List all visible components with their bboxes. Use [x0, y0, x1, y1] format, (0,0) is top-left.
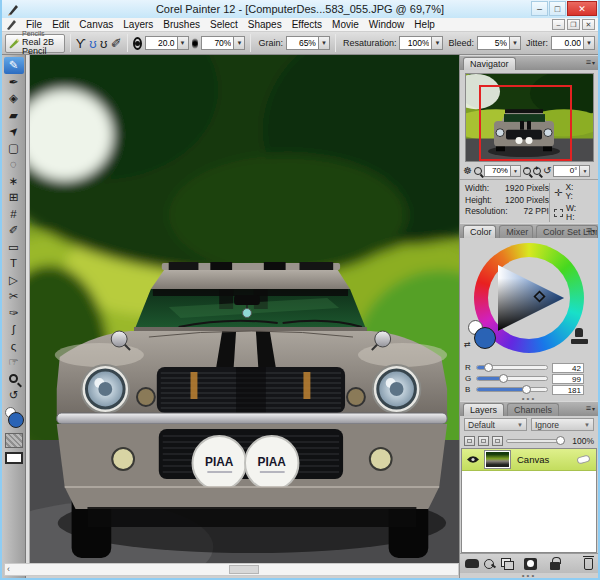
doc-restore-button[interactable]: ❐ [567, 19, 580, 30]
menu-edit[interactable]: Edit [47, 19, 74, 30]
transform-tool[interactable]: ⊞ [4, 189, 24, 206]
size-field[interactable]: ▼ [145, 36, 189, 50]
crop-tool[interactable]: # [4, 206, 24, 223]
grain-input[interactable] [286, 36, 319, 50]
menu-layers[interactable]: Layers [118, 19, 158, 30]
add-point-tool[interactable]: ✑ [4, 305, 24, 322]
navigator-menu-icon[interactable]: ≡▾ [586, 58, 595, 67]
layer-row-canvas[interactable]: Canvas [462, 449, 596, 471]
layer-opacity-slider[interactable] [506, 439, 565, 443]
pen-tool[interactable]: ✐ [4, 222, 24, 239]
zoom-input[interactable] [484, 165, 511, 177]
layer-opacity-value[interactable]: 100% [568, 436, 594, 446]
new-layer-mask-icon[interactable] [524, 558, 537, 570]
menu-canvas[interactable]: Canvas [74, 19, 118, 30]
convert-point-tool[interactable]: ʃ [4, 321, 24, 338]
scroll-left-arrow[interactable]: ‹ [7, 564, 10, 575]
lasso-tool[interactable]: ◌ [4, 156, 24, 173]
screen-mode-toggle[interactable] [5, 452, 23, 464]
tab-channels[interactable]: Channels [507, 403, 559, 416]
doc-minimize-button[interactable]: – [552, 19, 565, 30]
resaturation-input[interactable] [399, 36, 432, 50]
opacity-input[interactable] [201, 36, 234, 50]
saturation-value-triangle[interactable] [488, 257, 570, 339]
reset-rotation-icon[interactable]: ↺ [543, 166, 551, 176]
toolbox-color-swatches[interactable] [4, 407, 24, 431]
menu-help[interactable]: Help [409, 19, 440, 30]
opacity-slider-knob[interactable] [556, 436, 565, 445]
red-slider[interactable] [476, 365, 548, 370]
size-input[interactable] [145, 36, 178, 50]
brush-selector[interactable]: Pencils Real 2B Pencil [5, 34, 65, 53]
dab-preview-icon[interactable]: ϒ [76, 36, 86, 51]
grain-dropdown[interactable]: ▼ [319, 36, 330, 50]
menu-shapes[interactable]: Shapes [243, 19, 287, 30]
color-swatches[interactable]: ⇄ [466, 320, 500, 354]
resaturation-field[interactable]: ▼ [399, 36, 443, 50]
blue-value[interactable]: 181 [552, 385, 584, 395]
opacity-dropdown[interactable]: ▼ [234, 36, 245, 50]
title-bar[interactable]: Corel Painter 12 - [ComputerDes...583_05… [2, 0, 598, 18]
text-tool[interactable]: T [4, 255, 24, 272]
tab-mixer[interactable]: Mixer [499, 225, 533, 238]
canvas-document[interactable]: PIAA PIAA [30, 55, 459, 563]
tab-color[interactable]: Color [463, 225, 496, 238]
zoom-in-icon[interactable]: + [533, 167, 541, 175]
magic-wand-tool[interactable]: ∗ [4, 173, 24, 190]
ghost-brush-icon[interactable]: ✐ [111, 36, 122, 51]
paper-selector[interactable] [5, 433, 23, 448]
magnifier-tool[interactable] [4, 371, 24, 388]
red-slider-knob[interactable] [484, 363, 493, 372]
grain-field[interactable]: ▼ [286, 36, 330, 50]
menu-file[interactable]: File [21, 19, 47, 30]
main-color-swatch[interactable] [8, 412, 24, 428]
clone-color-stamp-icon[interactable] [571, 328, 588, 344]
eraser-tool[interactable]: ▰ [4, 107, 24, 124]
panel-resize-grip[interactable]: ••• [460, 573, 598, 578]
color-menu-icon[interactable]: ≡▾ [586, 226, 595, 235]
curve-tool[interactable]: ς [4, 338, 24, 355]
zoom-field[interactable]: ▼ [484, 165, 521, 177]
pickup-underlying-color-icon[interactable] [478, 436, 489, 446]
close-button[interactable]: ✕ [567, 1, 597, 16]
tab-layers[interactable]: Layers [463, 403, 504, 416]
rotate-page-tool[interactable]: ↺ [4, 387, 24, 404]
jitter-field[interactable]: ▼ [551, 36, 595, 50]
navigator-thumbnail[interactable] [465, 73, 594, 162]
size-dropdown[interactable]: ▼ [178, 36, 189, 50]
composite-method-select[interactable]: Default▼ [464, 418, 527, 431]
maximize-button[interactable]: □ [549, 1, 566, 16]
jitter-input[interactable] [551, 36, 584, 50]
zoom-out-icon[interactable]: − [523, 167, 531, 175]
layer-commands-icon[interactable] [484, 559, 496, 569]
doc-close-button[interactable]: ✕ [582, 19, 595, 30]
rectangular-selection-tool[interactable]: ▢ [4, 140, 24, 157]
navigator-settings-icon[interactable]: ☸ [463, 166, 472, 176]
rotation-dropdown[interactable]: ▼ [580, 165, 590, 177]
bleed-input[interactable] [477, 36, 510, 50]
new-layer-icon[interactable] [501, 558, 513, 569]
paint-bucket-tool[interactable]: ◈ [4, 90, 24, 107]
delete-layer-icon[interactable] [584, 558, 593, 570]
magnifier-icon[interactable] [474, 167, 482, 175]
rotation-field[interactable]: ▼ [553, 165, 590, 177]
red-value[interactable]: 42 [552, 363, 584, 373]
resaturation-dropdown[interactable]: ▼ [432, 36, 443, 50]
jitter-dropdown[interactable]: ▼ [584, 36, 595, 50]
stroke-option-icon[interactable]: ʊ [100, 36, 108, 51]
bleed-dropdown[interactable]: ▼ [510, 36, 521, 50]
tab-navigator[interactable]: Navigator [463, 57, 516, 70]
layer-visibility-icon[interactable] [466, 455, 480, 464]
grabber-tool[interactable]: ☞ [4, 354, 24, 371]
brush-tool[interactable]: ✎ [4, 57, 24, 74]
green-slider[interactable] [476, 376, 548, 381]
rectangular-shape-tool[interactable]: ▭ [4, 239, 24, 256]
menu-select[interactable]: Select [205, 19, 243, 30]
menu-effects[interactable]: Effects [287, 19, 327, 30]
rotation-input[interactable] [553, 165, 580, 177]
bleed-field[interactable]: ▼ [477, 36, 521, 50]
green-value[interactable]: 99 [552, 374, 584, 384]
opacity-field[interactable]: ▼ [201, 36, 245, 50]
lock-layer-icon[interactable] [550, 562, 560, 570]
scissors-tool[interactable]: ✂ [4, 288, 24, 305]
